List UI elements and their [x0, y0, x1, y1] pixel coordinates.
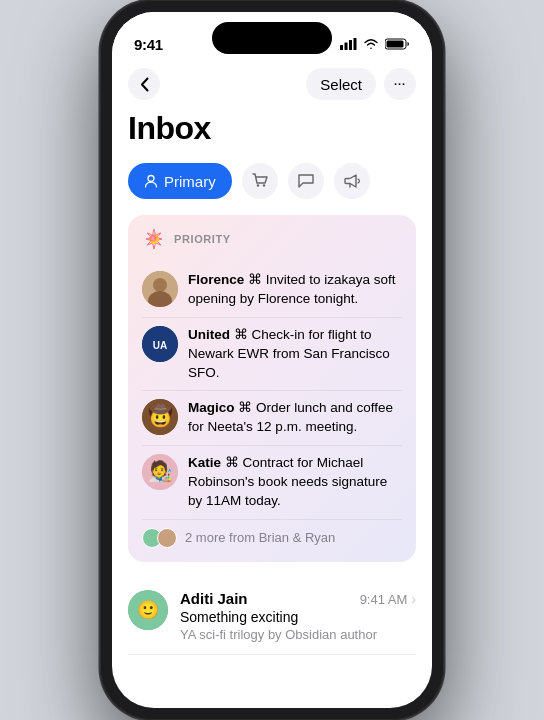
svg-point-12 [153, 278, 167, 292]
priority-text-united: United ⌘ Check-in for flight to Newark E… [188, 326, 402, 383]
avatar-magico: 🤠 [142, 399, 178, 435]
email-content-aditi: Aditi Jain 9:41 AM › Something exciting … [180, 590, 416, 643]
tab-row: Primary [128, 163, 416, 199]
svg-point-10 [149, 234, 159, 244]
email-sender-aditi: Aditi Jain [180, 590, 248, 607]
more-avatars [142, 528, 177, 548]
status-time: 9:41 [134, 36, 163, 53]
wifi-icon [363, 38, 379, 50]
svg-rect-5 [387, 41, 404, 48]
email-header-aditi: Aditi Jain 9:41 AM › [180, 590, 416, 608]
phone-screen: 9:41 [112, 12, 432, 708]
svg-rect-0 [340, 45, 343, 50]
email-subject-aditi: Something exciting [180, 609, 416, 625]
megaphone-icon [343, 172, 361, 190]
nav-actions: Select ··· [306, 68, 416, 100]
priority-header: PRIORITY [142, 227, 402, 251]
priority-text-florence: Florence ⌘ Invited to izakaya soft openi… [188, 271, 402, 309]
more-row[interactable]: 2 more from Brian & Ryan [142, 520, 402, 550]
priority-label: PRIORITY [174, 233, 231, 245]
battery-icon [385, 38, 410, 50]
email-item-aditi[interactable]: 🙂 Aditi Jain 9:41 AM › Something excitin… [128, 578, 416, 656]
svg-rect-2 [349, 40, 352, 50]
phone-frame: 9:41 [100, 0, 444, 720]
priority-text-katie: Katie ⌘ Contract for Michael Robinson's … [188, 454, 402, 511]
signal-icon [340, 38, 357, 50]
avatar-florence [142, 271, 178, 307]
dynamic-island [212, 22, 332, 54]
svg-text:🙂: 🙂 [137, 599, 160, 621]
tab-primary[interactable]: Primary [128, 163, 232, 199]
avatar-katie: 🧑‍🎨 [142, 454, 178, 490]
more-button[interactable]: ··· [384, 68, 416, 100]
svg-text:🧑‍🎨: 🧑‍🎨 [148, 459, 173, 483]
email-time-aditi: 9:41 AM [360, 592, 408, 607]
svg-point-8 [262, 184, 264, 186]
chevron-left-icon [140, 77, 149, 92]
priority-item-united[interactable]: UA United ⌘ Check-in for flight to Newar… [142, 318, 402, 392]
tab-primary-label: Primary [164, 173, 216, 190]
tab-messages[interactable] [288, 163, 324, 199]
tab-promotions[interactable] [334, 163, 370, 199]
tab-shopping[interactable] [242, 163, 278, 199]
more-text: 2 more from Brian & Ryan [185, 530, 335, 545]
cart-icon [251, 172, 269, 190]
svg-point-6 [148, 176, 154, 182]
email-preview-aditi: YA sci-fi trilogy by Obsidian author [180, 627, 416, 642]
svg-rect-3 [354, 38, 357, 50]
more-avatar-2 [157, 528, 177, 548]
chevron-right-icon: › [411, 591, 416, 607]
priority-card: PRIORITY Florence ⌘ Invited to izakaya s… [128, 215, 416, 562]
svg-rect-1 [345, 43, 348, 51]
status-bar: 9:41 [112, 12, 432, 62]
page-title: Inbox [128, 110, 416, 147]
nav-bar: Select ··· [112, 62, 432, 106]
svg-text:UA: UA [153, 340, 167, 351]
message-icon [297, 172, 315, 190]
priority-item-florence[interactable]: Florence ⌘ Invited to izakaya soft openi… [142, 263, 402, 318]
svg-point-7 [256, 184, 258, 186]
status-icons [340, 38, 410, 50]
svg-text:🤠: 🤠 [148, 404, 173, 428]
priority-item-magico[interactable]: 🤠 Magico ⌘ Order lunch and coffee for Ne… [142, 391, 402, 446]
select-button[interactable]: Select [306, 68, 376, 100]
avatar-united: UA [142, 326, 178, 362]
page-content: Inbox Primary [112, 106, 432, 708]
email-time-row: 9:41 AM › [360, 591, 416, 607]
person-icon [144, 174, 158, 188]
avatar-aditi: 🙂 [128, 590, 168, 630]
priority-item-katie[interactable]: 🧑‍🎨 Katie ⌘ Contract for Michael Robinso… [142, 446, 402, 520]
priority-sparkle-icon [142, 227, 166, 251]
priority-text-magico: Magico ⌘ Order lunch and coffee for Neet… [188, 399, 402, 437]
back-button[interactable] [128, 68, 160, 100]
